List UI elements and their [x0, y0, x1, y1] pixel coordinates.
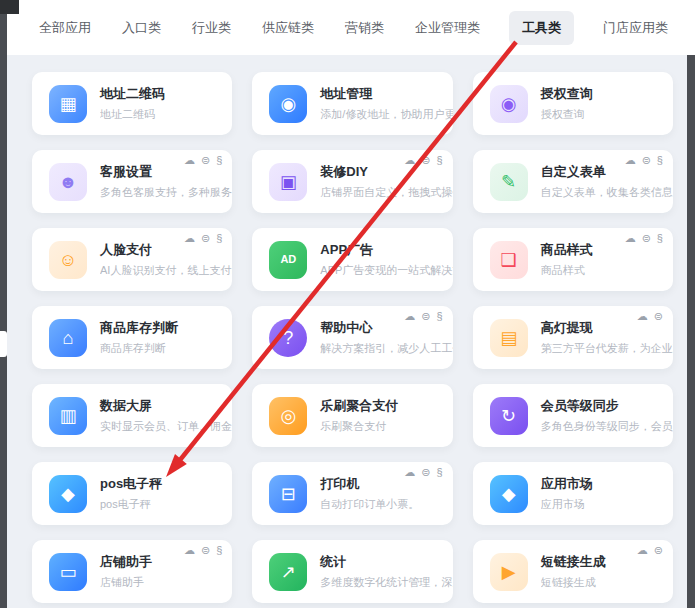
app-card-grid: ▦地址二维码地址二维码◉地址管理添加/修改地址，协助用户更改信...◉授权查询授…: [7, 55, 687, 608]
app-card-title: 统计: [320, 553, 452, 571]
share-icon[interactable]: §: [657, 233, 663, 244]
app-card[interactable]: ◎乐刷聚合支付乐刷聚合支付: [252, 384, 452, 447]
cloud-icon[interactable]: ☁: [184, 233, 195, 244]
cloud-icon[interactable]: ☁: [637, 545, 648, 556]
share-icon[interactable]: §: [437, 155, 443, 166]
app-card[interactable]: ⊟打印机自动打印订单小票。☁⊜§: [252, 462, 452, 525]
app-card[interactable]: ◆pos电子秤pos电子秤: [32, 462, 232, 525]
app-card[interactable]: ✎自定义表单自定义表单，收集各类信息。☁⊜§: [473, 150, 673, 213]
printer-icon[interactable]: ⊜: [201, 545, 210, 556]
printer-icon[interactable]: ⊜: [654, 545, 663, 556]
app-card[interactable]: ⌂商品库存判断商品库存判断: [32, 306, 232, 369]
platform-badges: ☁⊜§: [404, 311, 442, 322]
app-card[interactable]: ▥数据大屏实时显示会员、订单、佣金、地...: [32, 384, 232, 447]
app-card[interactable]: ▣装修DIY店铺界面自定义，拖拽式操作，百...☁⊜§: [252, 150, 452, 213]
app-card-title: 短链接生成: [541, 553, 606, 571]
app-card[interactable]: ▭店铺助手店铺助手☁⊜§: [32, 540, 232, 603]
platform-badges: ☁⊜§: [404, 467, 442, 478]
app-card-title: APP广告: [320, 241, 452, 259]
app-market-icon: ◆: [490, 475, 528, 513]
share-icon[interactable]: §: [216, 545, 222, 556]
cloud-icon[interactable]: ☁: [404, 155, 415, 166]
tab-active-6[interactable]: 工具类: [509, 11, 574, 45]
printer-icon[interactable]: ⊜: [421, 155, 430, 166]
app-card-title: 授权查询: [541, 85, 593, 103]
help-center-icon: ?: [269, 319, 307, 357]
cloud-icon[interactable]: ☁: [625, 155, 636, 166]
app-card[interactable]: ▦地址二维码地址二维码: [32, 72, 232, 135]
app-card[interactable]: ◆应用市场应用市场: [473, 462, 673, 525]
printer-icon[interactable]: ⊜: [642, 233, 651, 244]
app-card[interactable]: ▤高灯提现第三方平台代发薪，为企业减税降...☁⊜: [473, 306, 673, 369]
tab-4[interactable]: 营销类: [343, 11, 386, 45]
tab-0[interactable]: 全部应用: [37, 11, 93, 45]
tab-5[interactable]: 企业管理类: [413, 11, 482, 45]
app-card[interactable]: ↻会员等级同步多角色身份等级同步，会员成长体...: [473, 384, 673, 447]
printer-icon[interactable]: ⊜: [654, 311, 663, 322]
app-card[interactable]: ▶短链接生成短链接生成☁⊜: [473, 540, 673, 603]
app-card[interactable]: ◉授权查询授权查询: [473, 72, 673, 135]
printer-icon[interactable]: ⊜: [201, 155, 210, 166]
app-card-title: 店铺助手: [100, 553, 152, 571]
app-card[interactable]: ☺人脸支付AI人脸识别支付，线上支付即成线...☁⊜§: [32, 228, 232, 291]
app-card-title: pos电子秤: [100, 475, 162, 493]
app-card-description: 自动打印订单小票。: [320, 497, 419, 512]
app-card-description: 多维度数字化统计管理，深度了解...: [320, 575, 452, 590]
tab-1[interactable]: 入口类: [120, 11, 163, 45]
app-card[interactable]: ❑商品样式商品样式☁⊜§: [473, 228, 673, 291]
printer-icon[interactable]: ⊜: [421, 311, 430, 322]
app-card-description: 商品样式: [541, 263, 593, 278]
app-card-description: APP广告变现的一站式解决方案: [320, 263, 452, 278]
app-card-description: 多角色身份等级同步，会员成长体...: [541, 419, 673, 434]
app-card-title: 乐刷聚合支付: [320, 397, 398, 415]
platform-badges: ☁⊜§: [625, 155, 663, 166]
app-card[interactable]: ☻客服设置多角色客服支持，多种服务入口。☁⊜§: [32, 150, 232, 213]
share-icon[interactable]: §: [437, 467, 443, 478]
pos-scale-icon: ◆: [49, 475, 87, 513]
app-card[interactable]: ◉地址管理添加/修改地址，协助用户更改信...: [252, 72, 452, 135]
cloud-icon[interactable]: ☁: [404, 311, 415, 322]
cloud-icon[interactable]: ☁: [184, 155, 195, 166]
category-tabbar: 全部应用入口类行业类供应链类营销类企业管理类工具类门店应用类区块链类: [7, 0, 695, 55]
app-card[interactable]: ADAPP广告APP广告变现的一站式解决方案: [252, 228, 452, 291]
custom-form-icon: ✎: [490, 163, 528, 201]
tab-7[interactable]: 门店应用类: [601, 11, 670, 45]
printer-icon[interactable]: ⊜: [642, 155, 651, 166]
customer-service-icon: ☻: [49, 163, 87, 201]
share-icon[interactable]: §: [216, 155, 222, 166]
cloud-icon[interactable]: ☁: [625, 233, 636, 244]
share-icon[interactable]: §: [657, 155, 663, 166]
app-card-description: 店铺助手: [100, 575, 152, 590]
app-card[interactable]: ↗统计多维度数字化统计管理，深度了解...: [252, 540, 452, 603]
withdraw-icon: ▤: [490, 319, 528, 357]
app-card-description: 授权查询: [541, 107, 593, 122]
share-icon[interactable]: §: [216, 233, 222, 244]
cloud-icon[interactable]: ☁: [404, 467, 415, 478]
app-card-description: 解决方案指引，减少人工工作量。: [320, 341, 452, 356]
printer-app-icon: ⊟: [269, 475, 307, 513]
printer-icon[interactable]: ⊜: [421, 467, 430, 478]
tab-2[interactable]: 行业类: [190, 11, 233, 45]
app-card-description: AI人脸识别支付，线上支付即成线...: [100, 263, 232, 278]
share-icon[interactable]: §: [437, 311, 443, 322]
platform-badges: ☁⊜§: [184, 545, 222, 556]
app-card-description: pos电子秤: [100, 497, 162, 512]
side-panel-handle[interactable]: [0, 331, 7, 357]
address-book-icon: ◉: [269, 85, 307, 123]
app-card-description: 应用市场: [541, 497, 593, 512]
app-card-description: 第三方平台代发薪，为企业减税降...: [541, 341, 673, 356]
window-edge-right: [687, 55, 695, 608]
stock-check-icon: ⌂: [49, 319, 87, 357]
platform-badges: ☁⊜§: [404, 155, 442, 166]
decorate-diy-icon: ▣: [269, 163, 307, 201]
cloud-icon[interactable]: ☁: [637, 311, 648, 322]
tab-3[interactable]: 供应链类: [260, 11, 316, 45]
platform-badges: ☁⊜: [637, 311, 663, 322]
app-card-description: 自定义表单，收集各类信息。: [541, 185, 673, 200]
app-card[interactable]: ?帮助中心解决方案指引，减少人工工作量。☁⊜§: [252, 306, 452, 369]
window-corner: [0, 0, 19, 14]
cloud-icon[interactable]: ☁: [184, 545, 195, 556]
goods-style-icon: ❑: [490, 241, 528, 279]
printer-icon[interactable]: ⊜: [201, 233, 210, 244]
app-card-title: 地址二维码: [100, 85, 165, 103]
